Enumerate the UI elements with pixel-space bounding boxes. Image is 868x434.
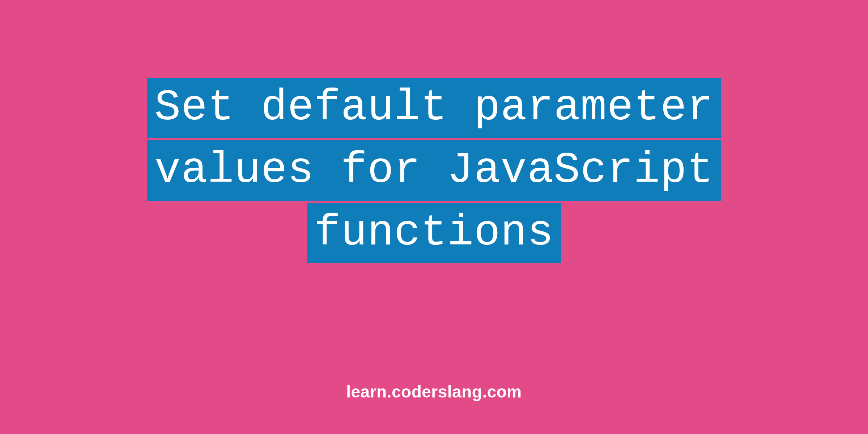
title-line-3: functions bbox=[307, 203, 561, 263]
title-line-2: values for JavaScript bbox=[147, 140, 721, 201]
title-line-1: Set default parameter bbox=[147, 78, 721, 138]
title-container: Set default parameter values for JavaScr… bbox=[0, 78, 868, 265]
footer-url: learn.coderslang.com bbox=[0, 382, 868, 401]
